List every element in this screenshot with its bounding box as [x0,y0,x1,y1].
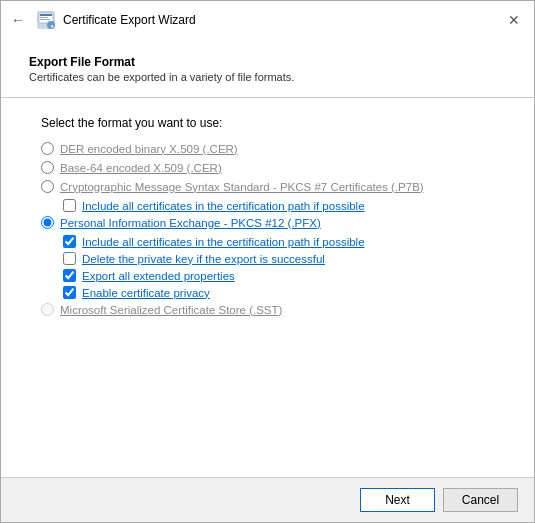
content-area: Export File Format Certificates can be e… [1,37,534,477]
radio-pkcs7[interactable] [41,180,54,193]
checkbox-pfx-delete-key[interactable] [63,252,76,265]
dialog-title: Certificate Export Wizard [63,13,196,27]
main-section: Select the format you want to use: DER e… [1,98,534,477]
radio-pfx[interactable] [41,216,54,229]
footer: Next Cancel [1,477,534,522]
label-pfx: Personal Information Exchange - PKCS #12… [60,217,321,229]
pfx-sub-options: Include all certificates in the certific… [63,235,494,299]
format-der: DER encoded binary X.509 (.CER) [41,142,494,155]
label-base64: Base-64 encoded X.509 (.CER) [60,162,222,174]
cancel-button[interactable]: Cancel [443,488,518,512]
radio-sst[interactable] [41,303,54,316]
svg-rect-3 [40,17,48,18]
label-sst: Microsoft Serialized Certificate Store (… [60,304,282,316]
section-label: Select the format you want to use: [41,116,494,130]
format-pkcs7: Cryptographic Message Syntax Standard - … [41,180,494,193]
radio-base64[interactable] [41,161,54,174]
header-section: Export File Format Certificates can be e… [1,37,534,98]
format-radio-group: DER encoded binary X.509 (.CER) Base-64 … [41,142,494,322]
checkbox-pkcs7-include-certs[interactable] [63,199,76,212]
format-base64: Base-64 encoded X.509 (.CER) [41,161,494,174]
header-subtitle: Certificates can be exported in a variet… [29,71,506,83]
label-pkcs7-include-certs: Include all certificates in the certific… [82,200,365,212]
pfx-delete-key-item: Delete the private key if the export is … [63,252,494,265]
svg-rect-2 [40,14,52,16]
format-pfx: Personal Information Exchange - PKCS #12… [41,216,494,229]
label-pfx-export-ext: Export all extended properties [82,270,235,282]
title-bar-left: ← ★ Certificate Export Wizard [11,9,504,31]
wizard-icon: ★ [35,9,57,31]
format-sst: Microsoft Serialized Certificate Store (… [41,303,494,316]
pfx-include-certs-item: Include all certificates in the certific… [63,235,494,248]
pfx-export-ext-item: Export all extended properties [63,269,494,282]
next-button[interactable]: Next [360,488,435,512]
label-pfx-include-certs: Include all certificates in the certific… [82,236,365,248]
label-pfx-cert-privacy: Enable certificate privacy [82,287,210,299]
close-button[interactable]: ✕ [504,10,524,30]
checkbox-pfx-include-certs[interactable] [63,235,76,248]
checkbox-pfx-cert-privacy[interactable] [63,286,76,299]
pfx-cert-privacy-item: Enable certificate privacy [63,286,494,299]
label-der: DER encoded binary X.509 (.CER) [60,143,238,155]
checkbox-pfx-export-ext[interactable] [63,269,76,282]
label-pfx-delete-key: Delete the private key if the export is … [82,253,325,265]
header-title: Export File Format [29,55,506,69]
dialog: ← ★ Certificate Export Wizard ✕ Export F… [0,0,535,523]
pkcs7-include-certs-item: Include all certificates in the certific… [63,199,494,212]
svg-rect-4 [40,19,50,20]
title-bar: ← ★ Certificate Export Wizard ✕ [1,1,534,37]
radio-der[interactable] [41,142,54,155]
label-pkcs7: Cryptographic Message Syntax Standard - … [60,181,424,193]
back-button[interactable]: ← [11,12,25,28]
pkcs7-sub-options: Include all certificates in the certific… [63,199,494,212]
